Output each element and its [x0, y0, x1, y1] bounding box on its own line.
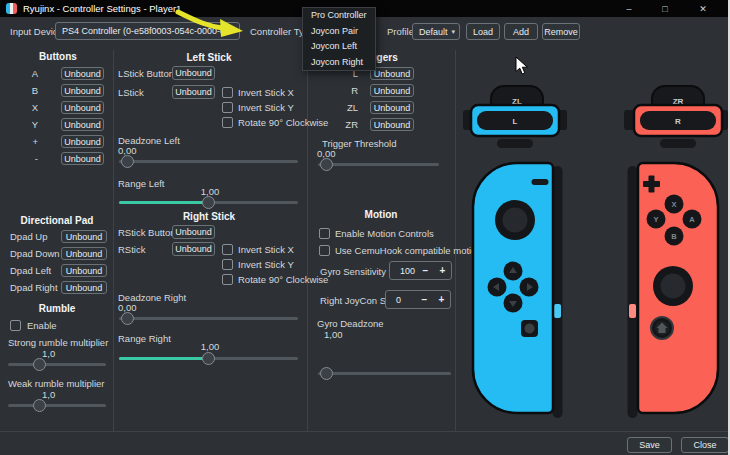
maximize-button[interactable]: □	[648, 0, 682, 17]
close-button[interactable]: Close	[681, 437, 729, 453]
profile-select[interactable]: Default ▾	[412, 23, 460, 40]
add-button[interactable]: Add	[504, 23, 538, 40]
deadzone-left-slider[interactable]	[119, 154, 298, 168]
close-window-button[interactable]: ✕	[686, 0, 720, 17]
cemuhook-checkbox[interactable]	[319, 245, 330, 256]
rstick-label: RStick	[118, 243, 145, 256]
lstick-binding[interactable]: Unbound	[172, 85, 215, 99]
weak-rumble-slider[interactable]	[8, 398, 106, 412]
slider-handle[interactable]	[121, 155, 134, 168]
lstick-button-binding[interactable]: Unbound	[172, 66, 215, 80]
strong-rumble-slider[interactable]	[8, 357, 106, 371]
dpad-left-binding[interactable]: Unbound	[61, 264, 107, 277]
trigger-zr-binding[interactable]: Unbound	[370, 118, 414, 131]
left-rotate-checkbox[interactable]	[222, 117, 233, 128]
rstick-binding[interactable]: Unbound	[172, 242, 215, 256]
window-title: Ryujinx - Controller Settings - Player1	[23, 0, 181, 17]
range-right-slider[interactable]	[119, 351, 298, 365]
slider-fill	[119, 201, 209, 204]
menu-item-joycon-pair[interactable]: Joycon Pair	[303, 24, 375, 40]
load-button[interactable]: Load	[466, 23, 500, 40]
right-invert-y-checkbox[interactable]	[222, 259, 233, 270]
trigger-l-binding[interactable]: Unbound	[370, 67, 414, 80]
dpad-left-label: Dpad Left	[10, 264, 51, 277]
right-joycon-front-view: X Y A B	[628, 163, 719, 418]
slider-track	[119, 160, 298, 163]
minimize-button[interactable]: –	[612, 0, 646, 17]
motion-section-title: Motion	[315, 208, 447, 221]
right-invert-x-checkbox[interactable]	[222, 244, 233, 255]
button-plus-binding[interactable]: Unbound	[61, 135, 104, 148]
left-invert-x-checkbox[interactable]	[222, 87, 233, 98]
gyro-sensitivity-stepper[interactable]: 100 − +	[389, 261, 452, 280]
right-stick-title: Right Stick	[120, 210, 298, 223]
y-face-button-label: Y	[653, 215, 658, 224]
r-button-label: R	[675, 117, 681, 126]
rstick-button-binding[interactable]: Unbound	[172, 225, 215, 239]
menu-item-joycon-left[interactable]: Joycon Left	[303, 39, 375, 55]
gyro-sensitivity-label: Gyro Sensitivity %	[320, 265, 397, 278]
lstick-button-label: LStick Button	[118, 67, 174, 80]
button-minus-label: -	[8, 152, 38, 165]
remove-button[interactable]: Remove	[542, 23, 580, 40]
button-b-binding[interactable]: Unbound	[61, 84, 104, 97]
slider-track	[8, 363, 106, 366]
left-invert-x-label: Invert Stick X	[238, 86, 294, 99]
range-left-slider[interactable]	[119, 195, 298, 209]
minus-icon[interactable]: −	[416, 294, 433, 305]
profile-value: Default	[419, 27, 448, 37]
button-minus-binding[interactable]: Unbound	[61, 152, 104, 165]
dpad-right-binding[interactable]: Unbound	[61, 281, 107, 294]
gyro-deadzone-slider[interactable]	[318, 366, 451, 380]
enable-motion-checkbox[interactable]	[319, 228, 330, 239]
slider-handle[interactable]	[320, 158, 333, 171]
dpad-up-binding[interactable]: Unbound	[61, 230, 107, 243]
left-invert-y-checkbox[interactable]	[222, 102, 233, 113]
rumble-section-title: Rumble	[5, 302, 109, 315]
menu-item-joycon-right[interactable]: Joycon Right	[303, 55, 375, 71]
slider-track	[318, 163, 439, 166]
save-button[interactable]: Save	[627, 437, 672, 453]
plus-icon[interactable]: +	[433, 294, 450, 305]
plus-icon[interactable]: +	[434, 265, 451, 276]
home-button	[651, 317, 673, 339]
right-rotate-checkbox[interactable]	[222, 274, 233, 285]
slider-handle[interactable]	[33, 358, 46, 371]
rumble-enable-checkbox[interactable]	[10, 320, 21, 331]
dpad-down-binding[interactable]: Unbound	[61, 247, 107, 260]
joycon-slot-stepper[interactable]: 0 − +	[385, 290, 451, 309]
slider-handle[interactable]	[33, 399, 46, 412]
right-joycon-top-view: ZR R	[624, 86, 728, 148]
rstick-button-label: RStick Button	[118, 226, 176, 239]
b-face-button-label: B	[671, 232, 677, 241]
dpad-section-title: Directional Pad	[5, 214, 109, 227]
strong-rumble-label: Strong rumble multiplier	[8, 336, 108, 349]
slider-handle[interactable]	[202, 196, 215, 209]
minus-icon[interactable]: −	[417, 265, 434, 276]
left-joycon-front-view	[473, 163, 563, 418]
trigger-threshold-slider[interactable]	[318, 157, 439, 171]
annotation-arrow-icon	[168, 3, 250, 37]
button-y-label: Y	[8, 118, 38, 131]
dpad-up-label: Dpad Up	[10, 230, 48, 243]
trigger-zl-binding[interactable]: Unbound	[370, 101, 414, 114]
deadzone-right-slider[interactable]	[119, 311, 298, 325]
dpad-right-label: Dpad Right	[10, 281, 58, 294]
trigger-zl-label: ZL	[328, 101, 358, 114]
range-left-label: Range Left	[118, 177, 164, 190]
button-y-binding[interactable]: Unbound	[61, 118, 104, 131]
slider-handle[interactable]	[320, 367, 333, 380]
trigger-zr-label: ZR	[328, 118, 358, 131]
right-invert-x-label: Invert Stick X	[238, 243, 294, 256]
button-x-binding[interactable]: Unbound	[61, 101, 104, 114]
menu-item-pro-controller[interactable]: Pro Controller	[303, 8, 375, 24]
x-face-button-label: X	[671, 200, 676, 209]
trigger-r-binding[interactable]: Unbound	[370, 84, 414, 97]
slider-handle[interactable]	[202, 352, 215, 365]
left-joycon-top-view: ZL L	[463, 86, 567, 148]
chevron-down-icon: ▾	[448, 28, 456, 36]
button-a-binding[interactable]: Unbound	[61, 67, 104, 80]
gyro-sensitivity-value: 100	[390, 266, 417, 276]
button-plus-label: +	[8, 135, 38, 148]
slider-handle[interactable]	[121, 312, 134, 325]
